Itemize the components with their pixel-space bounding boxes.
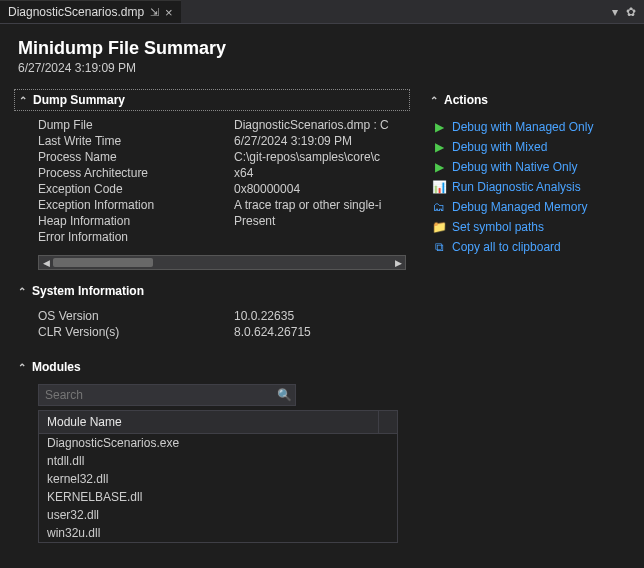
action-debug-native-only[interactable]: ▶ Debug with Native Only [432,157,626,177]
chevron-up-icon: ⌃ [18,362,26,373]
page-subtitle-date: 6/27/2024 3:19:09 PM [18,61,626,75]
modules-table: Module Name DiagnosticScenarios.exe ntdl… [38,410,398,543]
section-title: Modules [32,360,81,374]
table-header: Module Name [39,411,397,434]
column-header-module-name[interactable]: Module Name [39,411,379,433]
table-row[interactable]: ntdll.dll [39,452,397,470]
section-title: Actions [444,93,488,107]
close-icon[interactable]: × [165,5,173,20]
action-debug-managed-memory[interactable]: 🗂 Debug Managed Memory [432,197,626,217]
kv-row: Process Architecturex64 [38,165,406,181]
kv-row: OS Version10.0.22635 [38,308,406,324]
kv-row: Process NameC:\git-repos\samples\core\c [38,149,406,165]
chevron-up-icon: ⌃ [430,95,438,106]
module-search[interactable]: 🔍 [38,384,296,406]
scroll-left-icon[interactable]: ◀ [39,256,53,269]
section-header-dump-summary[interactable]: ⌃ Dump Summary [14,89,410,111]
system-info-body: OS Version10.0.22635 CLR Version(s)8.0.6… [18,302,406,346]
section-title: System Information [32,284,144,298]
pin-icon[interactable]: ⇲ [150,6,159,19]
kv-row: Exception InformationA trace trap or oth… [38,197,406,213]
chevron-up-icon: ⌃ [18,286,26,297]
stack-icon: 🗂 [432,197,446,217]
kv-row: Heap InformationPresent [38,213,406,229]
table-row[interactable]: DiagnosticScenarios.exe [39,434,397,452]
action-debug-mixed[interactable]: ▶ Debug with Mixed [432,137,626,157]
section-header-actions[interactable]: ⌃ Actions [430,89,626,111]
folder-icon: 📁 [432,217,446,237]
horizontal-scrollbar[interactable]: ◀ ▶ [38,255,406,270]
page-header: Minidump File Summary 6/27/2024 3:19:09 … [0,24,644,85]
tab-bar: DiagnosticScenarios.dmp ⇲ × ▾ ✿ [0,0,644,24]
search-icon[interactable]: 🔍 [273,388,295,402]
chevron-up-icon: ⌃ [19,95,27,106]
scroll-right-icon[interactable]: ▶ [391,256,405,269]
kv-row: Error Information [38,229,406,245]
table-row[interactable]: kernel32.dll [39,470,397,488]
scroll-thumb[interactable] [53,258,153,267]
action-set-symbol-paths[interactable]: 📁 Set symbol paths [432,217,626,237]
table-row[interactable]: win32u.dll [39,524,397,542]
table-row[interactable]: KERNELBASE.dll [39,488,397,506]
play-icon: ▶ [432,137,446,157]
gear-icon[interactable]: ✿ [626,5,636,19]
kv-row: CLR Version(s)8.0.624.26715 [38,324,406,340]
page-title: Minidump File Summary [18,38,626,59]
action-run-diagnostic-analysis[interactable]: 📊 Run Diagnostic Analysis [432,177,626,197]
dump-summary-body: Dump FileDiagnosticScenarios.dmp : C Las… [18,111,406,251]
tab-title: DiagnosticScenarios.dmp [8,5,144,19]
play-icon: ▶ [432,117,446,137]
action-copy-all-clipboard[interactable]: ⧉ Copy all to clipboard [432,237,626,257]
dropdown-icon[interactable]: ▾ [612,5,618,19]
copy-icon: ⧉ [432,237,446,257]
actions-panel: ⌃ Actions ▶ Debug with Managed Only ▶ De… [430,89,626,543]
section-header-system-info[interactable]: ⌃ System Information [18,280,406,302]
section-header-modules[interactable]: ⌃ Modules [18,356,406,378]
kv-row: Exception Code0x80000004 [38,181,406,197]
kv-row: Dump FileDiagnosticScenarios.dmp : C [38,117,406,133]
action-debug-managed-only[interactable]: ▶ Debug with Managed Only [432,117,626,137]
editor-tab-active[interactable]: DiagnosticScenarios.dmp ⇲ × [0,0,181,23]
search-input[interactable] [39,388,273,402]
play-icon: ▶ [432,157,446,177]
kv-row: Last Write Time6/27/2024 3:19:09 PM [38,133,406,149]
chart-icon: 📊 [432,177,446,197]
section-title: Dump Summary [33,93,125,107]
table-row[interactable]: user32.dll [39,506,397,524]
